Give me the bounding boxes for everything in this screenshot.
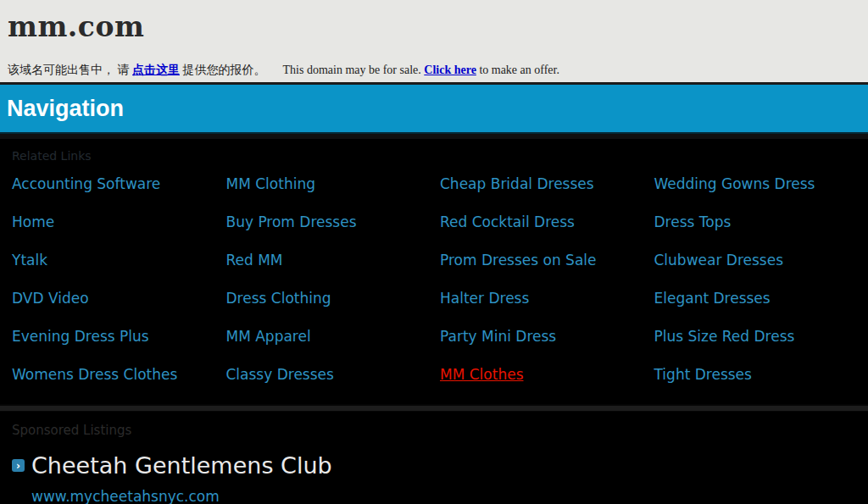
related-link[interactable]: Elegant Dresses	[654, 290, 771, 307]
related-link[interactable]: Ytalk	[12, 252, 47, 269]
sale-notice-en-suffix: to make an offer.	[476, 64, 559, 76]
related-link[interactable]: Accounting Software	[12, 175, 160, 192]
page-header: mm.com 该域名可能出售中， 请 点击这里 提供您的报价。This doma…	[0, 0, 868, 85]
listing-url-link[interactable]: www.mycheetahsnyc.com	[31, 488, 868, 504]
sale-offer-link-en[interactable]: Click here	[424, 64, 476, 76]
related-link[interactable]: Evening Dress Plus	[12, 328, 149, 345]
sale-notice-zh-suffix: 提供您的报价。	[180, 64, 266, 76]
related-link[interactable]: Classy Dresses	[226, 366, 334, 383]
related-link[interactable]: Cheap Bridal Dresses	[440, 175, 594, 192]
related-link[interactable]: MM Clothing	[226, 175, 315, 192]
related-link[interactable]: Clubwear Dresses	[654, 252, 784, 269]
related-link[interactable]: Plus Size Red Dress	[654, 328, 795, 345]
related-links-heading: Related Links	[0, 139, 868, 163]
related-link-highlighted[interactable]: MM Clothes	[440, 366, 524, 383]
sale-notice-en-prefix: This domain may be for sale.	[283, 64, 425, 76]
sponsored-listing: ›Cheetah Gentlemens Clubwww.mycheetahsny…	[12, 452, 868, 504]
related-link[interactable]: DVD Video	[12, 290, 89, 307]
related-link[interactable]: Wedding Gowns Dress	[654, 175, 815, 192]
sale-offer-link-zh[interactable]: 点击这里	[132, 64, 180, 76]
related-link[interactable]: Tight Dresses	[654, 366, 752, 383]
domain-sale-notice: 该域名可能出售中， 请 点击这里 提供您的报价。This domain may …	[8, 63, 868, 78]
listing-title-row: ›Cheetah Gentlemens Club	[12, 452, 868, 479]
related-link[interactable]: Dress Tops	[654, 213, 732, 230]
listing-title-link[interactable]: Cheetah Gentlemens Club	[31, 452, 332, 479]
sponsored-listings-heading: Sponsored Listings	[0, 412, 868, 438]
related-link[interactable]: Red MM	[226, 252, 283, 269]
related-link[interactable]: Buy Prom Dresses	[226, 213, 357, 230]
related-link[interactable]: Dress Clothing	[226, 290, 331, 307]
navigation-title: Navigation	[7, 96, 124, 122]
sponsored-listings-container: ›Cheetah Gentlemens Clubwww.mycheetahsny…	[0, 452, 868, 504]
domain-logo: mm.com	[8, 12, 868, 42]
main-content: Related Links Accounting SoftwareMM Clot…	[0, 134, 868, 501]
related-link[interactable]: Red Cocktail Dress	[440, 213, 575, 230]
section-divider	[0, 404, 868, 412]
related-link[interactable]: Womens Dress Clothes	[12, 366, 177, 383]
related-link[interactable]: Halter Dress	[440, 290, 529, 307]
related-links-grid: Accounting SoftwareMM ClothingCheap Brid…	[0, 175, 868, 404]
navigation-bar: Navigation	[0, 85, 868, 134]
chevron-right-icon[interactable]: ›	[12, 459, 25, 472]
sale-notice-zh-prefix: 该域名可能出售中， 请	[8, 64, 132, 76]
related-link[interactable]: Home	[12, 213, 54, 230]
related-link[interactable]: MM Apparel	[226, 328, 311, 345]
related-link[interactable]: Party Mini Dress	[440, 328, 556, 345]
related-link[interactable]: Prom Dresses on Sale	[440, 252, 597, 269]
